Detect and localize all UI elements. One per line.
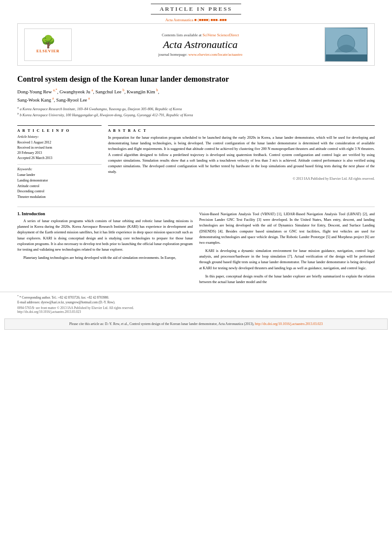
keywords-label: Keywords: — [17, 167, 102, 171]
body-left-col: 1. Introduction A series of lunar explor… — [17, 211, 193, 287]
copyright: © 2013 IAA Published by Elsevier Ltd. Al… — [108, 177, 375, 181]
body-right-col: Vision-Based Navigation Analysis Tool (V… — [199, 211, 375, 287]
article-info-header: A R T I C L E I N F O — [17, 128, 102, 133]
article-section: Control system design of the Korean luna… — [0, 66, 392, 121]
header-decorative-image — [326, 29, 367, 61]
elsevier-label: ELSEVIER — [36, 49, 60, 53]
authors: Dong-Young Rew a,*, Gwanghyeok Ju a, San… — [17, 88, 375, 104]
keyword-3: Attitude control — [17, 184, 102, 189]
header-right-image — [325, 27, 368, 62]
sciverse-link[interactable]: SciVerse ScienceDirect — [203, 33, 239, 37]
header-center: Contents lists available at SciVerse Sci… — [76, 33, 325, 57]
revised-date: 20 February 2013 — [17, 150, 102, 156]
abstract-text: In preparation for the lunar exploration… — [108, 135, 375, 175]
abstract-col: A B S T R A C T In preparation for the l… — [108, 125, 375, 200]
history-label: Article history: — [17, 135, 102, 139]
received-date: Received 1 August 2012 — [17, 140, 102, 145]
intro-title: 1. Introduction — [17, 211, 193, 216]
cite-doi-link[interactable]: http://dx.doi.org/10.1016/j.actaastro.20… — [255, 322, 323, 326]
abstract-box: A B S T R A C T In preparation for the l… — [108, 125, 375, 181]
footnote-email: E-mail addresses: dyrew@kari.re.kr, youn… — [17, 300, 375, 305]
right-para3: In this paper, conceptual design results… — [199, 274, 375, 285]
affiliations: a a Korea Aerospace Research Institute, … — [17, 105, 375, 118]
keyword-4: Descending control — [17, 189, 102, 194]
abstract-header: A B S T R A C T — [108, 128, 375, 133]
right-para1: Vision-Based Navigation Analysis Tool (V… — [199, 211, 375, 245]
keyword-1: Lunar lander — [17, 172, 102, 178]
homepage-link[interactable]: www.elsevier.com/locate/actaastro — [188, 52, 242, 57]
sciverse-text: Contents lists available at SciVerse Sci… — [76, 33, 325, 37]
article-info-col: A R T I C L E I N F O Article history: R… — [17, 125, 102, 200]
footnote-corresponding: * * Corresponding author. Tel.: +82 42 8… — [17, 294, 375, 300]
elsevier-logo-area: 🌳 ELSEVIER — [24, 29, 76, 61]
journal-title: Acta Astronautica — [76, 39, 325, 51]
article-info-box: A R T I C L E I N F O Article history: R… — [17, 125, 102, 200]
keyword-5: Thruster modulation — [17, 194, 102, 200]
journal-homepage: journal homepage: www.elsevier.com/locat… — [76, 52, 325, 57]
page: ARTICLE IN PRESS Acta Astronautica ■ (■■… — [0, 0, 392, 535]
body-content: 1. Introduction A series of lunar explor… — [0, 209, 392, 290]
article-in-press-banner: ARTICLE IN PRESS — [0, 0, 392, 16]
keyword-2: Landing demonstrator — [17, 178, 102, 184]
intro-para2: Planetary landing technologies are being… — [17, 255, 193, 261]
section-divider — [17, 207, 375, 207]
article-info-abstract: A R T I C L E I N F O Article history: R… — [0, 121, 392, 204]
issn-line: 0094-5765/$- see front matter © 2013 IAA… — [0, 305, 392, 315]
footnote-area: * * Corresponding author. Tel.: +82 42 8… — [0, 292, 392, 305]
article-in-press-text: ARTICLE IN PRESS — [151, 3, 241, 15]
svg-rect-2 — [326, 54, 367, 61]
right-para2: KARI is developing a dynamic simulation … — [199, 248, 375, 271]
journal-ref: Acta Astronautica ■ (■■■■) ■■■–■■■ — [0, 16, 392, 23]
revised-label: Received in revised form — [17, 145, 102, 150]
accepted-date: Accepted 26 March 2013 — [17, 156, 102, 161]
header-area: 🌳 ELSEVIER Contents lists available at S… — [17, 23, 375, 66]
keywords-section: Keywords: Lunar lander Landing demonstra… — [17, 164, 102, 200]
intro-para1: A series of lunar exploration programs w… — [17, 218, 193, 252]
cite-box: Please cite this article as: D.-Y. Rew, … — [4, 318, 388, 330]
article-title: Control system design of the Korean luna… — [17, 74, 375, 84]
